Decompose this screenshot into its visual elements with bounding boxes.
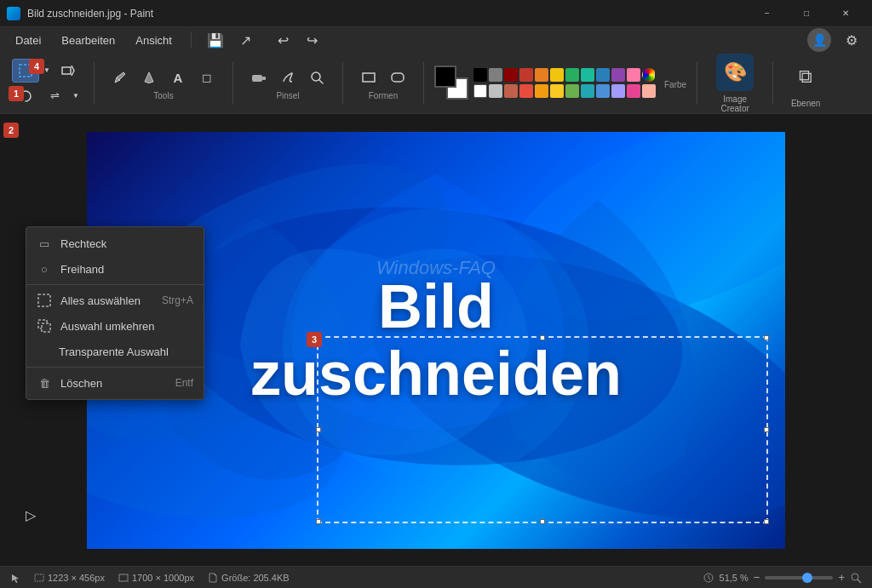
dropdown-divider-2	[26, 367, 204, 368]
pinsel-group: Pinsel	[240, 66, 336, 100]
color-salmon[interactable]	[504, 84, 518, 98]
formen-top	[355, 66, 411, 89]
zoom-thumb	[802, 573, 812, 583]
shape-rounded-button[interactable]	[384, 66, 411, 89]
farbe-label: Farbe	[664, 80, 686, 89]
color-violet[interactable]	[611, 84, 625, 98]
color-cyan[interactable]	[581, 84, 594, 98]
color-black[interactable]	[473, 68, 487, 82]
pencil-button[interactable]	[106, 66, 134, 89]
color-red[interactable]	[519, 68, 533, 82]
undo-button[interactable]: ↩	[270, 28, 297, 52]
dropdown-divider	[26, 284, 204, 285]
fill-button[interactable]	[135, 66, 163, 89]
svg-point-13	[283, 208, 589, 481]
color-lightyellow[interactable]	[550, 84, 564, 98]
dropdown-transparent[interactable]: Transparente Auswahl	[26, 339, 204, 364]
color-lightred[interactable]	[519, 84, 533, 98]
image-size-group: 1700 × 1000px	[118, 573, 194, 583]
ebenen-button[interactable]: ⧉	[787, 58, 824, 95]
brush-select-button[interactable]	[245, 66, 272, 89]
zoom-button[interactable]	[303, 66, 330, 89]
color-hotpink[interactable]	[627, 84, 640, 98]
settings-button[interactable]: ⚙	[838, 28, 865, 52]
color-darkorange[interactable]	[535, 68, 548, 82]
close-button[interactable]: ✕	[826, 0, 865, 27]
dropdown-alles-label: Alles auswählen	[60, 294, 141, 307]
undo-redo-group: ↩ ↪	[270, 28, 326, 52]
selection-size-icon	[34, 573, 44, 583]
dropdown-freihand[interactable]: ○ Freihand	[26, 256, 204, 282]
color-row-1	[473, 68, 656, 82]
maximize-button[interactable]: □	[787, 0, 826, 27]
color-palette	[473, 68, 656, 98]
select-row1: ▼	[12, 59, 82, 83]
file-size-icon	[208, 573, 218, 583]
menu-ansicht[interactable]: Ansicht	[127, 31, 181, 50]
image-creator-group: 🎨 Image Creator	[704, 50, 766, 117]
menu-bar: Datei Bearbeiten Ansicht 💾 ↗ ↩ ↪ 👤 ⚙	[0, 27, 872, 53]
color-special[interactable]	[642, 68, 656, 82]
dropdown-transparent-label: Transparente Auswahl	[59, 345, 169, 358]
alles-icon	[37, 293, 52, 308]
color-darkgray[interactable]	[489, 68, 502, 82]
svg-rect-18	[35, 574, 43, 581]
color-lightgreen[interactable]	[565, 84, 579, 98]
menu-datei[interactable]: Datei	[7, 31, 49, 50]
color-pink[interactable]	[627, 68, 640, 82]
color-blue[interactable]	[596, 68, 610, 82]
redo-button[interactable]: ↪	[299, 28, 326, 52]
dropdown-umkehren[interactable]: Auswahl umkehren	[26, 313, 204, 339]
zoom-controls: 51,5 % − +	[703, 571, 862, 584]
foreground-color[interactable]	[434, 66, 456, 88]
cursor-arrow: ▷	[26, 507, 36, 523]
flip-dropdown-button[interactable]: ▼	[70, 84, 82, 108]
color-label-container: Farbe	[664, 76, 686, 91]
svg-marker-17	[12, 574, 19, 583]
color-orange[interactable]	[535, 84, 548, 98]
menu-bearbeiten[interactable]: Bearbeiten	[53, 31, 123, 50]
ebenen-label: Ebenen	[791, 99, 820, 108]
badge-2: 2	[3, 123, 19, 138]
settings-small-icon	[703, 572, 714, 584]
zoom-fit-icon[interactable]	[850, 572, 862, 584]
tools-buttons: A ◻	[106, 66, 221, 89]
color-lightblue[interactable]	[596, 84, 610, 98]
flip-button[interactable]: ⇌	[41, 84, 68, 108]
zoom-out-button[interactable]: −	[754, 571, 760, 584]
eraser-button[interactable]: ◻	[193, 66, 221, 89]
account-avatar[interactable]: 👤	[807, 28, 831, 52]
color-darkred[interactable]	[504, 68, 518, 82]
text-button[interactable]: A	[164, 66, 192, 89]
divider-4	[423, 62, 424, 105]
zoom-in-button[interactable]: +	[838, 571, 845, 584]
save-button[interactable]: 💾	[202, 28, 229, 52]
dropdown-rechteck[interactable]: ▭ Rechteck	[26, 231, 204, 256]
divider-1	[94, 62, 95, 105]
zoom-slider[interactable]	[765, 576, 833, 579]
resize-button[interactable]	[54, 59, 82, 83]
color-teal[interactable]	[581, 68, 594, 82]
color-lightgray[interactable]	[489, 84, 502, 98]
share-button[interactable]: ↗	[232, 28, 260, 52]
image-creator-button[interactable]: 🎨	[716, 54, 754, 91]
dropdown-alles[interactable]: Alles auswählen Strg+A	[26, 288, 204, 313]
freihand-icon: ○	[37, 261, 52, 277]
selection-size-value: 1223 × 456px	[48, 573, 105, 583]
dropdown-loeschen-shortcut: Entf	[175, 377, 193, 389]
color-yellow[interactable]	[550, 68, 564, 82]
minimize-button[interactable]: −	[748, 0, 787, 27]
status-bar: 1223 × 456px 1700 × 1000px Größe: 205.4K…	[0, 566, 872, 588]
brush-options-button[interactable]	[274, 66, 301, 89]
umkehren-icon	[37, 318, 52, 334]
color-purple[interactable]	[611, 68, 625, 82]
svg-rect-16	[42, 323, 50, 332]
tools-group: A ◻ Tools	[101, 66, 226, 100]
window-controls: − □ ✕	[748, 0, 865, 27]
color-green[interactable]	[565, 68, 579, 82]
color-white[interactable]	[473, 84, 487, 98]
dropdown-loeschen[interactable]: 🗑 Löschen Entf	[26, 370, 204, 396]
shape-rect-button[interactable]	[355, 66, 382, 89]
zoom-level-value: 51,5 %	[720, 573, 749, 583]
color-peach[interactable]	[642, 84, 656, 98]
